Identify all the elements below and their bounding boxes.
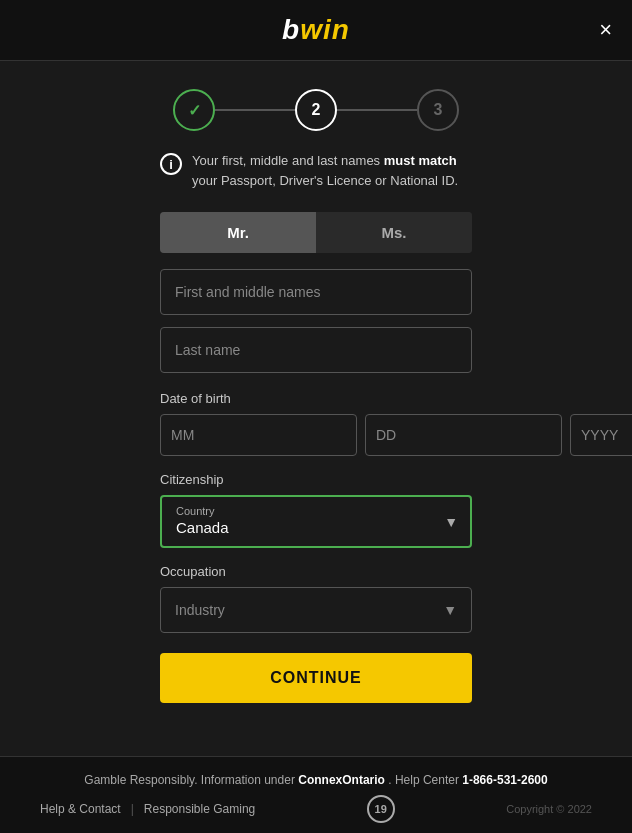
header: bwin ×	[0, 0, 632, 61]
steps-indicator: ✓ 2 3	[0, 61, 632, 151]
footer-divider: |	[131, 802, 134, 816]
dob-yyyy-input[interactable]	[570, 414, 632, 456]
occupation-select[interactable]: Industry ▼	[160, 587, 472, 633]
dob-row	[160, 414, 472, 456]
help-contact-link[interactable]: Help & Contact	[40, 802, 121, 816]
chevron-down-icon: ▼	[443, 602, 457, 618]
step-3-circle: 3	[417, 89, 459, 131]
footer: Gamble Responsibly. Information under Co…	[0, 756, 632, 833]
info-box: i Your first, middle and last names must…	[160, 151, 472, 190]
country-label: Country	[176, 505, 456, 517]
continue-button[interactable]: CONTINUE	[160, 653, 472, 703]
last-name-input[interactable]	[160, 327, 472, 373]
gender-toggle: Mr. Ms.	[160, 212, 472, 253]
citizenship-label: Citizenship	[160, 472, 472, 487]
step-1-circle: ✓	[173, 89, 215, 131]
country-value: Canada	[176, 519, 456, 536]
copyright-text: Copyright © 2022	[506, 803, 592, 815]
bwin-logo: bwin	[282, 14, 350, 46]
dob-dd-input[interactable]	[365, 414, 562, 456]
responsible-gaming-link[interactable]: Responsible Gaming	[144, 802, 255, 816]
footer-main-text: Gamble Responsibly. Information under Co…	[20, 773, 612, 787]
info-icon: i	[160, 153, 182, 175]
info-text: Your first, middle and last names must m…	[192, 151, 472, 190]
dob-label: Date of birth	[160, 391, 472, 406]
ms-button[interactable]: Ms.	[316, 212, 472, 253]
mr-button[interactable]: Mr.	[160, 212, 316, 253]
step-2-circle: 2	[295, 89, 337, 131]
main-content: i Your first, middle and last names must…	[0, 151, 632, 756]
footer-links: Help & Contact | Responsible Gaming 19 C…	[20, 795, 612, 823]
first-name-input[interactable]	[160, 269, 472, 315]
footer-left-links: Help & Contact | Responsible Gaming	[40, 802, 255, 816]
step-line-1	[215, 109, 295, 111]
citizenship-select[interactable]: Country Canada ▼	[160, 495, 472, 548]
citizenship-select-inner[interactable]: Country Canada	[160, 495, 472, 548]
step-line-2	[337, 109, 417, 111]
age-badge: 19	[367, 795, 395, 823]
occupation-label: Occupation	[160, 564, 472, 579]
occupation-select-inner[interactable]: Industry ▼	[160, 587, 472, 633]
industry-placeholder: Industry	[175, 602, 225, 618]
dob-mm-input[interactable]	[160, 414, 357, 456]
close-button[interactable]: ×	[599, 19, 612, 41]
